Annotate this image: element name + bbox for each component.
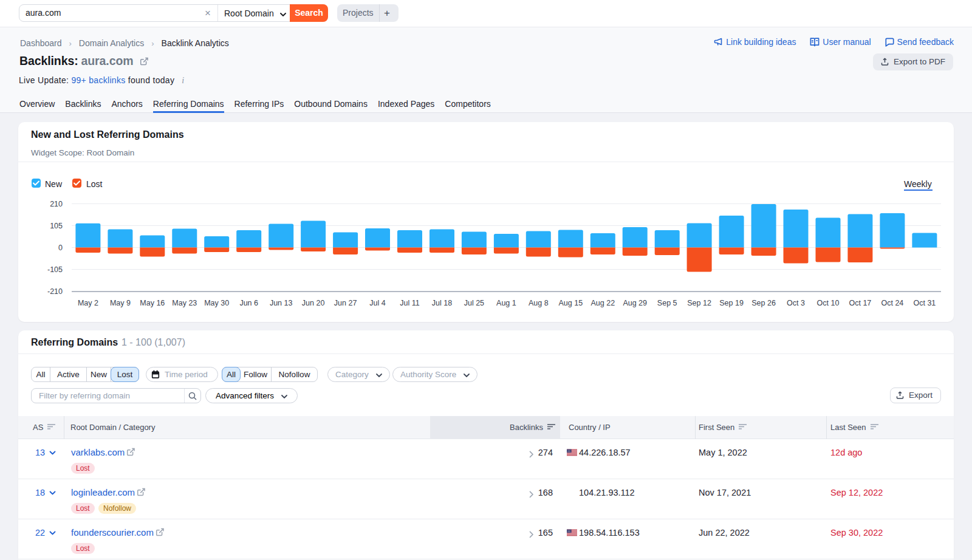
svg-text:Oct 24: Oct 24 <box>881 299 903 307</box>
svg-text:Aug 15: Aug 15 <box>558 299 583 307</box>
svg-text:Jul 18: Jul 18 <box>432 299 452 307</box>
svg-text:Sep 12: Sep 12 <box>687 299 711 307</box>
svg-text:May 23: May 23 <box>172 299 197 307</box>
svg-text:Jul 4: Jul 4 <box>369 299 385 307</box>
svg-text:Aug 22: Aug 22 <box>590 299 615 307</box>
svg-text:Jun 27: Jun 27 <box>334 299 357 307</box>
svg-text:May 16: May 16 <box>140 299 165 307</box>
svg-text:0: 0 <box>58 244 63 252</box>
svg-text:Jun 6: Jun 6 <box>239 299 258 307</box>
svg-text:Sep 5: Sep 5 <box>657 299 677 307</box>
svg-text:Sep 19: Sep 19 <box>719 299 744 307</box>
svg-text:Jun 13: Jun 13 <box>270 299 293 307</box>
svg-text:Sep 26: Sep 26 <box>751 299 776 307</box>
svg-text:May 30: May 30 <box>204 299 229 307</box>
svg-text:Jul 11: Jul 11 <box>400 299 419 307</box>
svg-text:May 2: May 2 <box>78 299 98 307</box>
svg-text:-105: -105 <box>47 265 63 274</box>
svg-text:Jun 20: Jun 20 <box>302 299 325 307</box>
svg-text:Aug 29: Aug 29 <box>623 299 647 307</box>
svg-text:Oct 3: Oct 3 <box>787 299 805 307</box>
svg-text:Aug 8: Aug 8 <box>529 299 549 307</box>
svg-text:Oct 17: Oct 17 <box>849 299 871 307</box>
svg-text:May 9: May 9 <box>110 299 131 307</box>
svg-text:Oct 10: Oct 10 <box>817 299 840 307</box>
svg-text:105: 105 <box>50 222 63 230</box>
svg-text:210: 210 <box>50 200 63 208</box>
svg-text:Oct 31: Oct 31 <box>913 299 936 307</box>
svg-text:Aug 1: Aug 1 <box>496 299 516 307</box>
svg-text:Jul 25: Jul 25 <box>464 299 484 307</box>
svg-text:-210: -210 <box>47 287 63 296</box>
